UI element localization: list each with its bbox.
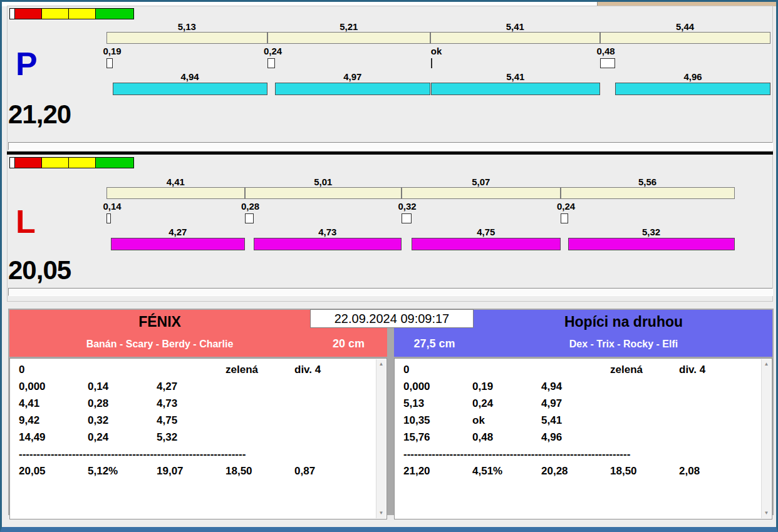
run-time-label: 4,97: [275, 71, 431, 83]
leg-time-label: 5,41: [430, 21, 600, 32]
lane-total-time: 21,20: [8, 101, 71, 128]
results-section: FÉNIX Banán - Scary - Berdy - Charlie 20…: [2, 304, 776, 527]
cell: 20,28: [541, 463, 610, 479]
height-category: 20 cm: [310, 337, 387, 350]
exchange-marker: 0,24: [561, 201, 581, 223]
light-yellow-2: [68, 8, 96, 19]
cell: 9,42: [19, 412, 88, 429]
exchange-time-label: 0,19: [98, 46, 127, 57]
timing-track-p: 5,13 5,21 5,41 5,44 0,19 0,24: [106, 6, 774, 106]
cell: 0,24: [472, 395, 541, 412]
run-time-label: 5,41: [431, 71, 601, 83]
run-segment: 4,96: [615, 71, 770, 95]
cell: 20,05: [19, 463, 88, 479]
run-segment: 5,32: [568, 226, 735, 250]
scroll-down-button[interactable]: ▼: [376, 508, 386, 518]
exchange-time-label: 0,48: [591, 46, 620, 57]
lane-divider: [7, 151, 773, 155]
results-text-content: 0zelenádiv. 4 0,0000,194,94 5,130,244,97…: [395, 361, 761, 519]
run-time-label: 4,75: [412, 226, 561, 238]
leg-time-label: 4,41: [106, 176, 245, 187]
cell: zelená: [226, 361, 294, 378]
run-bar: [568, 238, 735, 250]
leg-segment: 5,21: [267, 21, 431, 44]
divider-row: ----------------------------------------…: [403, 446, 761, 463]
cell: 2,08: [679, 463, 700, 479]
total-row: 20,055,12%19,0718,500,87: [19, 463, 376, 479]
leg-time-label: 5,21: [267, 21, 431, 32]
scroll-up-button[interactable]: ▲: [376, 359, 386, 369]
exchange-box: [600, 58, 615, 68]
split-row: 15,760,484,96: [403, 429, 761, 446]
results-header-row: 0zelenádiv. 4: [19, 361, 376, 378]
leg-bar: [600, 32, 770, 44]
results-text-right[interactable]: 0zelenádiv. 4 0,0000,194,94 5,130,244,97…: [394, 358, 772, 519]
run-segment: 5,41: [431, 71, 601, 95]
scrollbar[interactable]: ▲ ▼: [761, 359, 771, 518]
cell: zelená: [610, 361, 679, 378]
cell: div. 4: [294, 361, 321, 378]
team-name: FÉNIX: [9, 314, 310, 330]
leg-bar: [106, 32, 267, 44]
lane-letter: L: [16, 205, 36, 238]
cell: 14,49: [19, 429, 88, 446]
exchange-box: [106, 213, 111, 223]
exchange-marker: 0,28: [245, 201, 265, 223]
cell: 4,41: [19, 395, 88, 412]
exchange-time-label: 0,24: [259, 46, 288, 57]
lane-panel-l: 4,41 5,01 5,07 5,56 0,14 0,28: [2, 155, 776, 302]
leg-bar: [106, 187, 245, 199]
scroll-up-button[interactable]: ▲: [762, 359, 771, 369]
cell: 19,07: [157, 463, 226, 479]
leg-time-label: 5,44: [600, 21, 770, 32]
exchange-box: [561, 213, 568, 223]
cell: 0: [403, 361, 472, 378]
leg-segment: 5,01: [245, 176, 402, 199]
run-segment: 4,27: [111, 226, 245, 250]
split-row: 0,0000,144,27: [19, 378, 376, 395]
split-row: 14,490,245,32: [19, 429, 376, 446]
results-column-right: Hopíci na druhou Dex - Trix - Rocky - El…: [394, 310, 772, 519]
exchange-time-label: 0,24: [552, 201, 581, 212]
split-row: 4,410,284,73: [19, 395, 376, 412]
datetime-box: 22.09.2024 09:09:17: [310, 309, 474, 328]
cell: div. 4: [679, 361, 705, 378]
run-time-label: 4,27: [111, 226, 245, 238]
cell: 0,000: [19, 378, 88, 395]
leg-bar: [561, 187, 735, 199]
run-bar: [275, 83, 431, 95]
light-yellow-1: [41, 157, 69, 168]
cell: 5,32: [157, 429, 226, 446]
exchange-time-label: ok: [422, 46, 451, 57]
cell: 10,35: [403, 412, 472, 429]
scroll-down-button[interactable]: ▼: [762, 508, 771, 518]
exchange-box: [106, 58, 113, 68]
titlebar-inactive-area: [597, 2, 776, 6]
exchange-marker: 0,48: [600, 46, 620, 68]
cell: 4,51%: [472, 463, 541, 479]
cell: 5,12%: [88, 463, 157, 479]
leg-segment: 5,44: [600, 21, 770, 44]
cell: 18,50: [226, 463, 294, 479]
leg-bar: [245, 187, 402, 199]
split-row: 0,0000,194,94: [403, 378, 761, 395]
leg-time-label: 5,13: [106, 21, 267, 32]
exchange-marker: 0,19: [106, 46, 127, 68]
cell: 0,28: [88, 395, 157, 412]
team-name: Hopíci na druhou: [475, 314, 772, 330]
scrollbar[interactable]: ▲ ▼: [376, 359, 386, 518]
leg-bar: [402, 187, 561, 199]
exchange-marker: 0,32: [402, 201, 422, 223]
results-text-left[interactable]: 0zelenádiv. 4 0,0000,144,27 4,410,284,73…: [9, 358, 387, 519]
cell: ok: [472, 412, 541, 429]
cell: 4,96: [541, 429, 610, 446]
exchange-box: [267, 58, 275, 68]
total-row: 21,204,51%20,2818,502,08: [403, 463, 761, 479]
cell: 0,87: [294, 463, 315, 479]
leg-bar: [267, 32, 431, 44]
run-segment: 4,75: [412, 226, 561, 250]
light-yellow-1: [41, 8, 69, 19]
cell: 5,41: [541, 412, 610, 429]
team-members: Banán - Scary - Berdy - Charlie: [9, 339, 310, 350]
status-strip: [8, 142, 773, 150]
